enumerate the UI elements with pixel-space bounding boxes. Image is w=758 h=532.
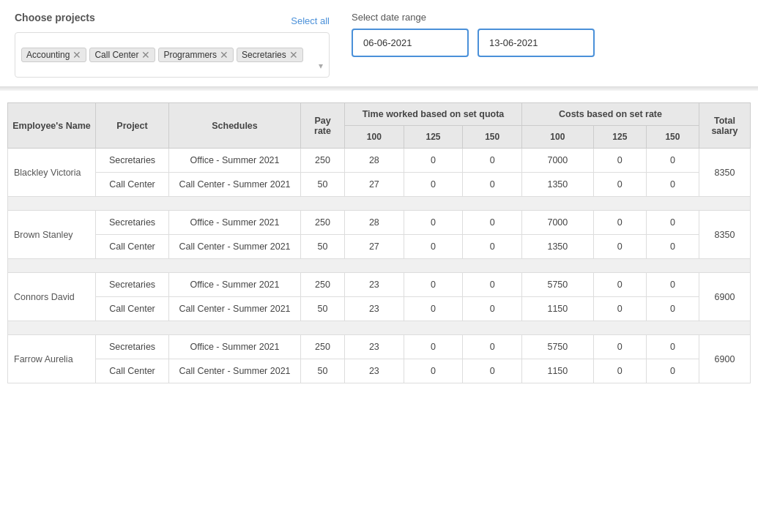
project-cell: Call Center	[96, 173, 169, 197]
date-start-input[interactable]	[352, 29, 469, 57]
c-150-cell: 0	[646, 335, 699, 359]
c-150-cell: 0	[646, 149, 699, 173]
pay-rate-cell: 250	[301, 149, 345, 173]
schedule-cell: Office - Summer 2021	[169, 335, 301, 359]
c-125-cell: 0	[593, 149, 646, 173]
table-row: Call CenterCall Center - Summer 20215023…	[8, 297, 751, 321]
c-100-cell: 5750	[521, 273, 593, 297]
tag-accounting-close[interactable]: ✕	[73, 50, 81, 60]
tags-input[interactable]: Accounting ✕ Call Center ✕ Programmers ✕…	[15, 32, 330, 78]
c-125-cell: 0	[593, 297, 646, 321]
c-150-cell: 0	[646, 273, 699, 297]
schedule-cell: Call Center - Summer 2021	[169, 359, 301, 383]
tag-secretaries-close[interactable]: ✕	[289, 50, 298, 60]
schedule-cell: Call Center - Summer 2021	[169, 173, 301, 197]
tw-125-cell: 0	[404, 359, 463, 383]
c-100-cell: 1150	[521, 297, 593, 321]
th-tw-100: 100	[345, 126, 404, 149]
schedule-cell: Office - Summer 2021	[169, 273, 301, 297]
tw-150-cell: 0	[463, 173, 522, 197]
c-150-cell: 0	[646, 173, 699, 197]
c-125-cell: 0	[593, 235, 646, 259]
th-c-150: 150	[646, 126, 699, 149]
tw-100-cell: 27	[345, 173, 404, 197]
c-100-cell: 7000	[521, 211, 593, 235]
filter-row: Choose projects Select all Accounting ✕ …	[15, 12, 743, 78]
tw-150-cell: 0	[463, 335, 522, 359]
schedule-cell: Call Center - Summer 2021	[169, 297, 301, 321]
c-150-cell: 0	[646, 359, 699, 383]
c-125-cell: 0	[593, 173, 646, 197]
project-cell: Secretaries	[96, 335, 169, 359]
pay-rate-cell: 50	[301, 235, 345, 259]
total-salary-cell: 8350	[699, 211, 751, 259]
tw-125-cell: 0	[404, 297, 463, 321]
choose-projects-label: Choose projects	[15, 12, 95, 23]
dropdown-arrow-icon[interactable]: ▾	[319, 61, 323, 71]
tw-100-cell: 23	[345, 359, 404, 383]
table-row: Call CenterCall Center - Summer 20215027…	[8, 235, 751, 259]
employee-name-cell: Brown Stanley	[8, 211, 96, 259]
date-range-label: Select date range	[352, 12, 595, 23]
date-inputs	[352, 29, 595, 57]
tw-100-cell: 27	[345, 235, 404, 259]
c-125-cell: 0	[593, 211, 646, 235]
tw-100-cell: 23	[345, 297, 404, 321]
c-150-cell: 0	[646, 235, 699, 259]
total-salary-cell: 6900	[699, 335, 751, 383]
th-pay-rate: Pay rate	[301, 103, 345, 149]
employee-name-cell: Connors David	[8, 273, 96, 321]
tw-150-cell: 0	[463, 211, 522, 235]
c-100-cell: 1350	[521, 173, 593, 197]
project-cell: Call Center	[96, 359, 169, 383]
project-cell: Call Center	[96, 297, 169, 321]
project-selector: Choose projects Select all Accounting ✕ …	[15, 12, 330, 78]
th-c-125: 125	[593, 126, 646, 149]
schedule-cell: Office - Summer 2021	[169, 211, 301, 235]
project-label-row: Choose projects Select all	[15, 12, 330, 29]
tag-callcenter-close[interactable]: ✕	[141, 50, 150, 60]
th-total-salary: Total salary	[699, 103, 751, 149]
date-section: Select date range	[352, 12, 595, 57]
tw-125-cell: 0	[404, 211, 463, 235]
employee-name-cell: Blackley Victoria	[8, 149, 96, 197]
pay-rate-cell: 250	[301, 211, 345, 235]
main-table: Employee's Name Project Schedules Pay ra…	[7, 102, 751, 383]
th-employee-name: Employee's Name	[8, 103, 96, 149]
th-c-100: 100	[521, 126, 593, 149]
date-end-input[interactable]	[478, 29, 595, 57]
top-section: Choose projects Select all Accounting ✕ …	[0, 0, 758, 86]
table-row: Call CenterCall Center - Summer 20215027…	[8, 173, 751, 197]
project-cell: Secretaries	[96, 149, 169, 173]
employee-name-cell: Farrow Aurelia	[8, 335, 96, 383]
tw-125-cell: 0	[404, 149, 463, 173]
spacer-row	[8, 259, 751, 273]
tw-150-cell: 0	[463, 297, 522, 321]
pay-rate-cell: 50	[301, 359, 345, 383]
table-row: Blackley VictoriaSecretariesOffice - Sum…	[8, 149, 751, 173]
tw-100-cell: 23	[345, 335, 404, 359]
table-body: Blackley VictoriaSecretariesOffice - Sum…	[8, 149, 751, 383]
select-all-button[interactable]: Select all	[291, 15, 330, 26]
c-100-cell: 5750	[521, 335, 593, 359]
spacer-row	[8, 197, 751, 211]
th-tw-150: 150	[463, 126, 522, 149]
pay-rate-cell: 50	[301, 173, 345, 197]
c-150-cell: 0	[646, 211, 699, 235]
total-salary-cell: 8350	[699, 149, 751, 197]
tw-100-cell: 23	[345, 273, 404, 297]
schedule-cell: Office - Summer 2021	[169, 149, 301, 173]
table-row: Brown StanleySecretariesOffice - Summer …	[8, 211, 751, 235]
c-150-cell: 0	[646, 297, 699, 321]
c-125-cell: 0	[593, 273, 646, 297]
spacer-row	[8, 321, 751, 335]
tw-100-cell: 28	[345, 149, 404, 173]
tw-150-cell: 0	[463, 359, 522, 383]
tag-programmers-close[interactable]: ✕	[220, 50, 228, 60]
project-cell: Secretaries	[96, 211, 169, 235]
th-schedules: Schedules	[169, 103, 301, 149]
tag-secretaries: Secretaries ✕	[237, 48, 303, 62]
table-row: Farrow AureliaSecretariesOffice - Summer…	[8, 335, 751, 359]
pay-rate-cell: 250	[301, 273, 345, 297]
th-tw-125: 125	[404, 126, 463, 149]
